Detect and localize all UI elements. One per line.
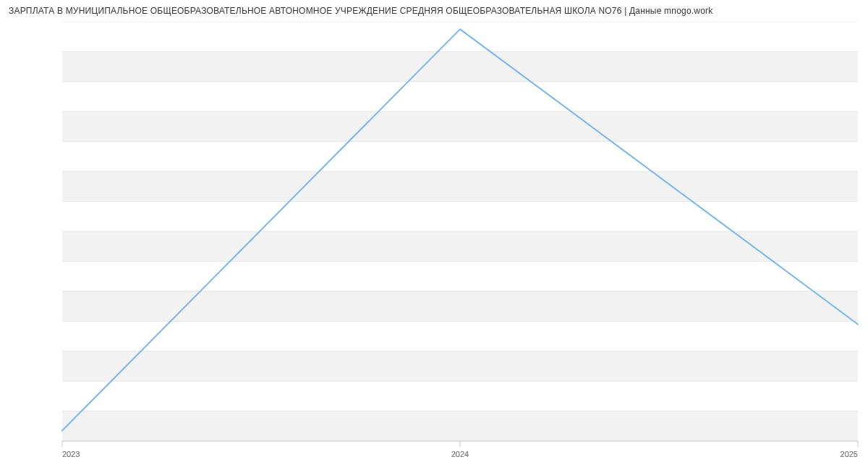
chart-title: ЗАРПЛАТА В МУНИЦИПАЛЬНОЕ ОБЩЕОБРАЗОВАТЕЛ…	[9, 6, 712, 16]
svg-rect-4	[62, 171, 858, 201]
x-tick-label: 2024	[451, 450, 469, 458]
svg-rect-1	[62, 351, 858, 381]
x-tick-label: 2025	[841, 450, 858, 458]
svg-rect-6	[62, 51, 858, 81]
chart-container: ЗАРПЛАТА В МУНИЦИПАЛЬНОЕ ОБЩЕОБРАЗОВАТЕЛ…	[0, 0, 868, 470]
svg-rect-0	[62, 411, 858, 441]
svg-rect-2	[62, 291, 858, 321]
svg-rect-5	[62, 111, 858, 141]
plot-area: 1800020000220002400026000280003000032000…	[58, 22, 861, 441]
x-tick-label: 2023	[62, 450, 80, 458]
chart-svg: 1800020000220002400026000280003000032000…	[58, 22, 861, 463]
